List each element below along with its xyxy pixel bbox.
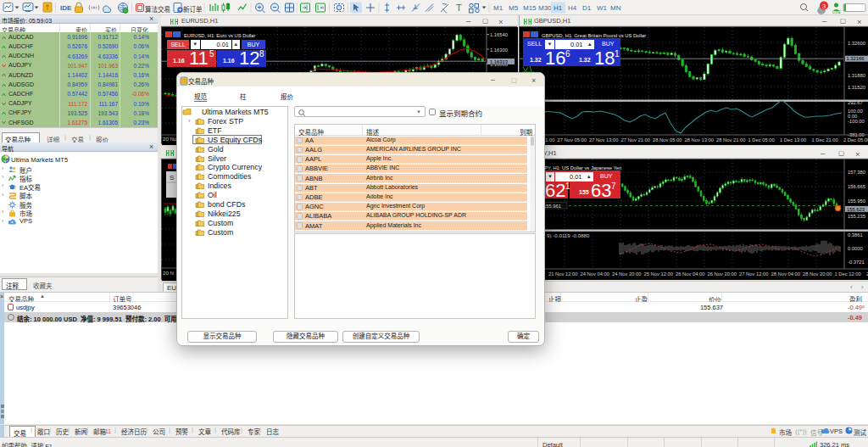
svg-text:T: T xyxy=(456,3,462,13)
svg-text:1 Dec 12:00: 1 Dec 12:00 xyxy=(835,271,861,277)
svg-text:157.380: 157.380 xyxy=(848,170,865,175)
svg-text:1.16313: 1.16313 xyxy=(490,59,508,64)
svg-text:24 Nov 04:00: 24 Nov 04:00 xyxy=(581,271,609,277)
svg-text:1.16300: 1.16300 xyxy=(490,47,508,53)
svg-text:27 Nov 21:00: 27 Nov 21:00 xyxy=(621,137,650,142)
svg-text:EURUSD, H1: Euro vs US Dollar: EURUSD, H1: Euro vs US Dollar xyxy=(184,33,255,38)
svg-text:26 Nov 20:00: 26 Nov 20:00 xyxy=(708,271,737,277)
svg-text:155.623: 155.623 xyxy=(847,207,865,212)
svg-text:-100.00: -100.00 xyxy=(848,119,865,124)
svg-text:26 Nov 04:00: 26 Nov 04:00 xyxy=(676,271,704,277)
svg-text:24 Nov 20:00: 24 Nov 20:00 xyxy=(612,271,641,277)
svg-text:1.16540: 1.16540 xyxy=(490,32,508,37)
svg-text:28 Nov 05:00: 28 Nov 05:00 xyxy=(653,137,682,142)
svg-text:27 Nov 05:00: 27 Nov 05:00 xyxy=(558,137,587,142)
svg-text:1 Dec 05:00: 1 Dec 05:00 xyxy=(748,137,775,142)
svg-text:M1: M1 xyxy=(493,4,504,12)
svg-text:27 Nov 12:00: 27 Nov 12:00 xyxy=(739,271,768,277)
svg-text:292.67: 292.67 xyxy=(848,100,863,105)
svg-text:H1: H1 xyxy=(554,4,563,12)
svg-text:M5: M5 xyxy=(509,4,519,12)
svg-text:28 Nov 21:00: 28 Nov 21:00 xyxy=(716,137,745,142)
svg-text:100.00: 100.00 xyxy=(848,109,863,114)
svg-text:1.32600: 1.32600 xyxy=(848,41,865,46)
svg-text:M15: M15 xyxy=(523,4,537,12)
svg-text:1 Dec 13:00: 1 Dec 13:00 xyxy=(780,137,806,142)
svg-text:9) -0.0119 -0.0880: 9) -0.0119 -0.0880 xyxy=(547,232,590,238)
svg-text:25 Nov 12:00: 25 Nov 12:00 xyxy=(644,271,673,277)
svg-text:0.3861: 0.3861 xyxy=(848,232,863,237)
svg-text:0.0000: 0.0000 xyxy=(848,246,863,251)
svg-text:155.235: 155.235 xyxy=(848,214,865,219)
svg-text:21 Nov 12:00: 21 Nov 12:00 xyxy=(548,271,577,277)
svg-text:2 Dec 05:00: 2 Dec 05:00 xyxy=(843,137,868,142)
svg-text:27 Nov 13:00: 27 Nov 13:00 xyxy=(589,137,618,142)
svg-text:W1: W1 xyxy=(597,4,608,12)
svg-text:28 Nov 13:00: 28 Nov 13:00 xyxy=(685,137,714,142)
svg-text:0.00: 0.00 xyxy=(848,114,857,119)
svg-text:LIVE: LIVE xyxy=(832,10,841,14)
svg-text:155.961: 155.961 xyxy=(543,204,561,209)
svg-text:S: S xyxy=(170,174,174,182)
svg-text:-0.3721: -0.3721 xyxy=(848,260,865,265)
svg-text:D1: D1 xyxy=(582,4,592,12)
svg-text:20 N: 20 N xyxy=(163,270,174,276)
svg-text:28 Nov 20:00: 28 Nov 20:00 xyxy=(803,271,832,277)
svg-text:155.950: 155.950 xyxy=(848,198,865,204)
svg-text:MN: MN xyxy=(610,4,621,12)
svg-text:1 Dec 21:00: 1 Dec 21:00 xyxy=(812,137,838,142)
svg-text:1.32166: 1.32166 xyxy=(847,56,865,61)
svg-text:M30: M30 xyxy=(538,4,552,12)
svg-text:IDE: IDE xyxy=(60,4,72,12)
svg-text:156.665: 156.665 xyxy=(848,184,865,189)
svg-text:3: 3 xyxy=(822,3,826,10)
svg-text:H4: H4 xyxy=(568,4,577,12)
svg-text:1.31880: 1.31880 xyxy=(848,73,865,78)
svg-text:28 Nov 04:00: 28 Nov 04:00 xyxy=(771,271,800,277)
svg-text:1.31520: 1.31520 xyxy=(848,85,865,90)
